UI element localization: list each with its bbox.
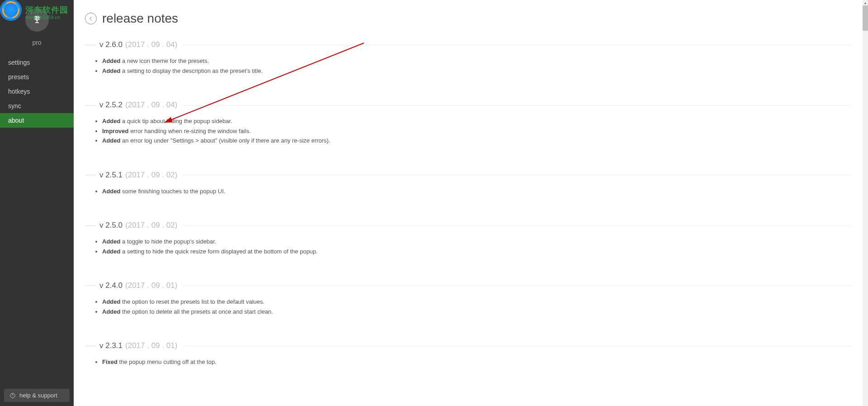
- change-text: error handling when re-sizing the window…: [129, 128, 251, 134]
- change-tag: Added: [102, 57, 120, 64]
- release-change-item: Added a toggle to hide the popup's sideb…: [102, 237, 851, 246]
- change-tag: Fixed: [102, 358, 118, 365]
- change-text: a toggle to hide the popup's sidebar.: [120, 238, 216, 245]
- release-version: v 2.5.1: [99, 171, 123, 180]
- release-version: v 2.5.2: [99, 100, 123, 110]
- release-change-item: Added some finishing touches to the popu…: [102, 187, 851, 196]
- change-tag: Added: [102, 308, 120, 315]
- release-changes: Added a quick tip about hiding the popup…: [85, 117, 851, 145]
- divider: [85, 175, 96, 175]
- change-tag: Added: [102, 298, 120, 305]
- divider: [183, 225, 851, 226]
- divider: [183, 286, 851, 286]
- scroll-up-arrow-icon[interactable]: ▴: [863, 0, 868, 5]
- change-text: a new icon theme for the presets.: [120, 57, 209, 64]
- change-tag: Added: [102, 248, 120, 255]
- change-text: a quick tip about hiding the popup sideb…: [120, 118, 232, 124]
- release-header: v 2.4.0(2017 . 09 . 01): [85, 281, 851, 290]
- release-header: v 2.5.2(2017 . 09 . 04): [85, 100, 851, 110]
- nav: settings presets hotkeys sync about: [0, 55, 74, 128]
- divider: [183, 105, 851, 105]
- change-tag: Added: [102, 238, 120, 245]
- release-header: v 2.6.0(2017 . 09 . 04): [85, 40, 851, 49]
- change-text: some finishing touches to the popup UI.: [120, 188, 225, 195]
- release-changes: Added a toggle to hide the popup's sideb…: [85, 237, 851, 256]
- sidebar: 河东软件园 www.pc0359.cn pro settings presets…: [0, 0, 74, 406]
- change-text: a setting to hide the quick resize form …: [120, 248, 317, 255]
- release-changes: Added the option to reset the presets li…: [85, 297, 851, 316]
- brand-logo: [0, 0, 24, 23]
- brand-url: www.pc0359.cn: [25, 14, 68, 20]
- release-version: v 2.3.1: [99, 341, 123, 350]
- help-support-button[interactable]: help & support: [4, 389, 70, 402]
- release-date: (2017 . 09 . 01): [125, 341, 177, 350]
- release-section: v 2.3.1(2017 . 09 . 01)Fixed the popup m…: [85, 341, 851, 367]
- release-change-item: Added a quick tip about hiding the popup…: [102, 117, 851, 126]
- release-change-item: Added a setting to hide the quick resize…: [102, 247, 851, 256]
- release-version: v 2.4.0: [99, 281, 123, 290]
- help-support-label: help & support: [19, 392, 57, 399]
- release-header: v 2.5.0(2017 . 09 . 02): [85, 221, 851, 230]
- divider: [85, 286, 96, 286]
- release-change-item: Added a setting to display the descripti…: [102, 67, 851, 76]
- release-changes: Added some finishing touches to the popu…: [85, 187, 851, 196]
- release-date: (2017 . 09 . 02): [125, 221, 177, 230]
- release-section: v 2.5.0(2017 . 09 . 02)Added a toggle to…: [85, 221, 851, 256]
- divider: [85, 105, 96, 105]
- release-date: (2017 . 09 . 04): [125, 100, 177, 110]
- divider: [183, 175, 851, 175]
- help-icon: [9, 392, 16, 399]
- change-text: a setting to display the description as …: [120, 67, 263, 74]
- release-header: v 2.3.1(2017 . 09 . 01): [85, 341, 851, 350]
- release-section: v 2.5.2(2017 . 09 . 04)Added a quick tip…: [85, 100, 851, 145]
- releases-list: v 2.6.0(2017 . 09 . 04)Added a new icon …: [85, 40, 851, 367]
- change-text: the popup menu cutting off at the top.: [118, 358, 217, 365]
- page-title: release notes: [102, 11, 178, 26]
- page-header: release notes: [85, 11, 851, 26]
- release-section: v 2.6.0(2017 . 09 . 04)Added a new icon …: [85, 40, 851, 75]
- divider: [85, 45, 96, 45]
- divider: [183, 346, 851, 346]
- release-changes: Added a new icon theme for the presets.A…: [85, 57, 851, 75]
- sidebar-item-hotkeys[interactable]: hotkeys: [0, 84, 74, 99]
- main-content: release notes v 2.6.0(2017 . 09 . 04)Add…: [74, 0, 863, 406]
- release-header: v 2.5.1(2017 . 09 . 02): [85, 171, 851, 180]
- release-section: v 2.5.1(2017 . 09 . 02)Added some finish…: [85, 171, 851, 196]
- change-text: the option to delete all the presets at …: [120, 308, 273, 315]
- brand-name-cn: 河东软件园: [25, 5, 68, 15]
- release-date: (2017 . 09 . 01): [125, 281, 177, 290]
- change-text: an error log under "Settings > about" (v…: [120, 137, 330, 144]
- change-tag: Added: [102, 137, 120, 144]
- change-tag: Improved: [102, 128, 129, 134]
- release-change-item: Added an error log under "Settings > abo…: [102, 136, 851, 145]
- release-section: v 2.4.0(2017 . 09 . 01)Added the option …: [85, 281, 851, 316]
- arrow-left-icon: [88, 16, 94, 21]
- svg-point-3: [13, 396, 13, 397]
- sidebar-item-about[interactable]: about: [0, 113, 74, 128]
- divider: [183, 45, 851, 45]
- release-date: (2017 . 09 . 04): [125, 40, 177, 49]
- divider: [85, 346, 96, 346]
- change-tag: Added: [102, 188, 120, 195]
- release-version: v 2.6.0: [99, 40, 123, 49]
- divider: [85, 225, 96, 226]
- release-changes: Fixed the popup menu cutting off at the …: [85, 358, 851, 367]
- scrollbar-thumb[interactable]: [863, 5, 868, 31]
- release-change-item: Added a new icon theme for the presets.: [102, 57, 851, 66]
- back-button[interactable]: [85, 13, 97, 24]
- sidebar-item-sync[interactable]: sync: [0, 99, 74, 113]
- brand-text: 河东软件园 www.pc0359.cn: [25, 5, 68, 20]
- scrollbar-track[interactable]: ▴: [863, 0, 868, 406]
- plan-label: pro: [32, 39, 41, 46]
- sidebar-item-settings[interactable]: settings: [0, 55, 74, 70]
- release-change-item: Added the option to reset the presets li…: [102, 297, 851, 306]
- release-change-item: Added the option to delete all the prese…: [102, 307, 851, 316]
- sidebar-item-presets[interactable]: presets: [0, 70, 74, 84]
- release-date: (2017 . 09 . 02): [125, 171, 177, 180]
- change-tag: Added: [102, 67, 120, 74]
- change-text: the option to reset the presets list to …: [120, 298, 264, 305]
- change-tag: Added: [102, 118, 120, 124]
- release-version: v 2.5.0: [99, 221, 123, 230]
- release-change-item: Fixed the popup menu cutting off at the …: [102, 358, 851, 367]
- release-change-item: Improved error handling when re-sizing t…: [102, 127, 851, 136]
